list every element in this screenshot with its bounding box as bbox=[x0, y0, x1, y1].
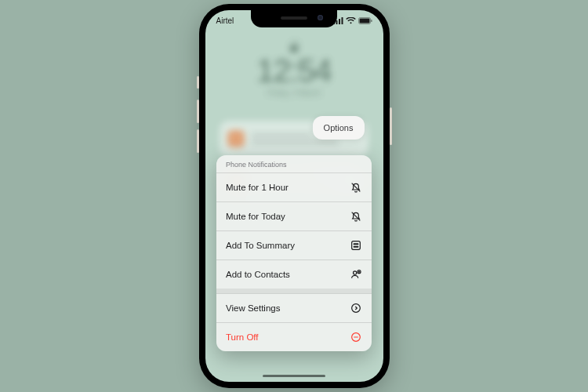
menu-item-label: Mute for 1 Hour bbox=[226, 183, 289, 192]
menu-item-turn-off[interactable]: Turn Off bbox=[216, 322, 372, 351]
svg-rect-2 bbox=[339, 19, 340, 24]
menu-item-label: View Settings bbox=[226, 303, 280, 313]
lock-icon bbox=[290, 42, 298, 52]
menu-item-mute-1-hour[interactable]: Mute for 1 Hour bbox=[216, 172, 372, 201]
bell-slash-icon bbox=[350, 210, 362, 223]
menu-item-label: Add to Contacts bbox=[226, 270, 290, 279]
svg-rect-6 bbox=[371, 20, 372, 22]
options-button[interactable]: Options bbox=[313, 116, 365, 140]
menu-item-label: Turn Off bbox=[226, 332, 259, 342]
svg-point-16 bbox=[352, 304, 361, 313]
menu-item-add-contacts[interactable]: Add to Contacts bbox=[216, 260, 372, 289]
power-button[interactable] bbox=[390, 107, 392, 145]
screen: Airtel 12:54 Friday, 3 March Options bbox=[205, 10, 383, 382]
menu-header: Phone Notifications bbox=[216, 155, 372, 172]
notch bbox=[251, 10, 337, 27]
svg-rect-11 bbox=[354, 246, 359, 248]
svg-point-12 bbox=[354, 271, 357, 274]
menu-item-add-summary[interactable]: Add To Summary bbox=[216, 230, 372, 260]
lockscreen-time: 12:54 bbox=[256, 55, 331, 86]
status-right bbox=[333, 17, 372, 24]
menu-item-view-settings[interactable]: View Settings bbox=[216, 293, 372, 322]
summary-icon bbox=[350, 239, 362, 252]
phone-frame: Airtel 12:54 Friday, 3 March Options bbox=[199, 4, 390, 388]
lockscreen-date: Friday, 3 March bbox=[267, 89, 321, 97]
contact-add-icon bbox=[350, 268, 362, 281]
svg-rect-10 bbox=[354, 243, 359, 245]
volume-down-button[interactable] bbox=[197, 129, 199, 153]
options-label: Options bbox=[324, 123, 354, 132]
menu-item-label: Mute for Today bbox=[226, 212, 285, 221]
mute-switch[interactable] bbox=[197, 76, 199, 89]
svg-rect-3 bbox=[341, 17, 343, 24]
menu-item-label: Add To Summary bbox=[226, 241, 295, 250]
menu-item-mute-today[interactable]: Mute for Today bbox=[216, 201, 372, 230]
carrier-label: Airtel bbox=[216, 16, 234, 25]
volume-up-button[interactable] bbox=[197, 100, 199, 123]
svg-rect-5 bbox=[359, 18, 369, 23]
notification-actions-menu: Phone Notifications Mute for 1 Hour Mute… bbox=[216, 155, 372, 351]
battery-icon bbox=[358, 17, 372, 24]
wifi-icon bbox=[346, 17, 356, 24]
minus-circle-icon bbox=[350, 331, 362, 343]
bell-slash-icon bbox=[350, 181, 362, 194]
svg-rect-9 bbox=[352, 241, 361, 250]
chevron-circle-icon bbox=[350, 302, 362, 314]
home-indicator[interactable] bbox=[263, 375, 325, 377]
